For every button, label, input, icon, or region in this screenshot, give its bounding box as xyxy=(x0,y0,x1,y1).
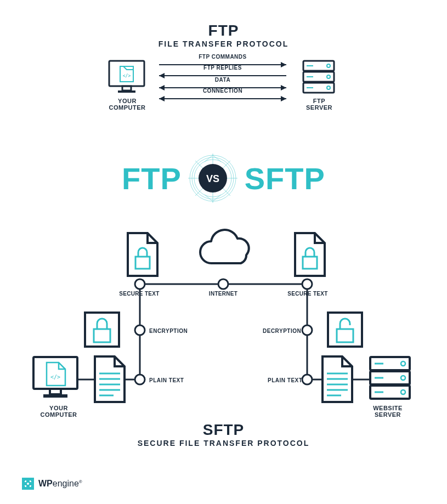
ftp-subtitle: FILE TRANSFER PROTOCOL xyxy=(0,39,447,48)
server-icon xyxy=(299,58,338,97)
svg-point-11 xyxy=(327,75,330,78)
sftp-title: SFTP xyxy=(0,421,447,439)
decryption-label: DECRYPTION xyxy=(263,328,301,334)
ftp-word: FTP xyxy=(122,161,182,196)
svg-point-46 xyxy=(135,375,145,384)
vs-badge: VS xyxy=(188,154,237,203)
svg-marker-22 xyxy=(281,96,286,101)
wpengine-logo: WPengine® xyxy=(22,478,82,490)
svg-point-41 xyxy=(135,279,145,289)
vs-text: VS xyxy=(206,173,219,184)
sftp-your-computer-label: YOURCOMPUTER xyxy=(29,405,89,418)
sftp-word: SFTP xyxy=(245,161,325,196)
computer-icon: </> xyxy=(33,357,77,398)
document-right-icon xyxy=(322,356,352,402)
cloud-icon xyxy=(200,230,249,263)
svg-text:</>: </> xyxy=(123,73,131,78)
secure-file-right-icon xyxy=(295,233,325,276)
svg-point-47 xyxy=(302,375,312,384)
secure-text-left-label: SECURE TEXT xyxy=(112,291,167,297)
ftp-title: FTP xyxy=(0,22,447,39)
ftp-server-label: FTPSERVER xyxy=(292,98,347,111)
svg-rect-1 xyxy=(122,86,131,90)
plain-text-right-label: PLAIN TEXT xyxy=(268,377,302,383)
lock-open-icon xyxy=(328,313,362,347)
svg-rect-2 xyxy=(118,90,135,93)
sftp-website-server-label: WEBSITESERVER xyxy=(358,405,418,418)
svg-point-44 xyxy=(135,325,145,335)
document-left-icon xyxy=(95,356,125,402)
svg-point-9 xyxy=(327,64,330,67)
computer-icon: </> xyxy=(107,58,146,97)
secure-text-right-label: SECURE TEXT xyxy=(280,291,335,297)
sftp-subtitle: SECURE FILE TRANSFER PROTOCOL xyxy=(0,439,447,448)
svg-text:</>: </> xyxy=(50,374,60,380)
vs-comparison-row: FTP VS SFTP xyxy=(0,154,447,203)
internet-label: INTERNET xyxy=(196,291,251,297)
svg-point-13 xyxy=(327,86,330,89)
svg-marker-23 xyxy=(159,96,165,101)
svg-point-45 xyxy=(302,325,312,335)
secure-file-left-icon xyxy=(128,233,157,276)
server-icon xyxy=(370,357,410,399)
lock-closed-icon xyxy=(85,313,119,347)
svg-point-42 xyxy=(218,279,228,289)
svg-point-43 xyxy=(302,279,312,289)
wpengine-glyph-icon xyxy=(22,478,34,490)
svg-rect-66 xyxy=(43,394,67,398)
encryption-label: ENCRYPTION xyxy=(149,328,188,334)
wpengine-wordmark: WPengine® xyxy=(38,479,82,489)
ftp-your-computer-label: YOURCOMPUTER xyxy=(100,98,155,111)
plain-text-left-label: PLAIN TEXT xyxy=(149,377,184,383)
svg-rect-65 xyxy=(50,389,61,394)
svg-rect-64 xyxy=(33,357,77,389)
